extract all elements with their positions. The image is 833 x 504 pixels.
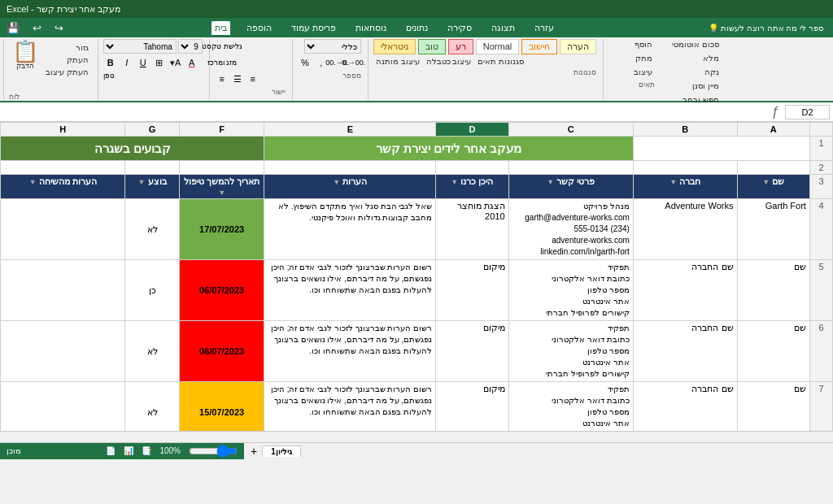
number-format-select[interactable]: כללי — [304, 39, 361, 54]
cell-d5[interactable]: מיקום — [436, 260, 508, 321]
view-normal[interactable]: 📄 — [106, 446, 116, 455]
qa-redo[interactable]: ↪ — [55, 22, 63, 34]
cell-d4[interactable]: הצגת מוחצר 2010 — [436, 199, 508, 260]
qa-save[interactable]: 💾 — [7, 22, 20, 34]
italic-button[interactable]: I — [120, 55, 134, 70]
percent-button[interactable]: % — [298, 55, 312, 70]
style-normal[interactable]: Normal — [476, 39, 519, 54]
tab-formulas[interactable]: נוסחאות — [352, 21, 390, 35]
cell-b7[interactable]: שם החברה — [633, 382, 737, 432]
cond-format-button[interactable]: עיצוב מותנה — [373, 56, 422, 67]
tab-review[interactable]: סקירה — [444, 21, 475, 35]
style-good[interactable]: טוב — [418, 39, 446, 54]
cell-c7[interactable]: תפקידכתובת דואר אלקטרונימספר טלפוןאתר אי… — [508, 382, 633, 432]
col-header-f[interactable]: F — [179, 123, 264, 137]
cell-a7[interactable]: שם — [737, 382, 809, 432]
autosum-button[interactable]: סכום אוטומטי — [666, 39, 722, 50]
col-header-a[interactable]: A — [737, 123, 809, 137]
cell-h2[interactable] — [1, 161, 125, 175]
fill-color-button[interactable]: A▾ — [168, 55, 183, 70]
cell-e7[interactable]: רשום הערות שברצונך לזכור לגבי אדם זה; הי… — [264, 382, 436, 432]
horizontal-scrollbar[interactable] — [0, 431, 833, 442]
formula-input[interactable] — [3, 107, 766, 117]
copy-button[interactable]: העתק — [43, 54, 91, 65]
name-box[interactable] — [785, 105, 830, 119]
cell-g7[interactable]: לא — [125, 382, 179, 432]
cell-c6[interactable]: תפקידכתובת דואר אלקטרונימספר טלפוןאתר אי… — [508, 321, 633, 382]
cell-h6[interactable] — [1, 321, 125, 382]
tab-insert[interactable]: הוספה — [243, 21, 275, 35]
font-size-select[interactable]: 9 — [178, 39, 203, 54]
tab-help[interactable]: עזרה — [531, 21, 557, 35]
col-header-b[interactable]: B — [633, 123, 737, 137]
cell-f6[interactable]: 06/07/2023 — [179, 321, 264, 382]
cell-g2[interactable] — [125, 161, 179, 175]
comma-button[interactable]: , — [314, 55, 329, 70]
cell-a1[interactable] — [633, 137, 809, 161]
cell-c5[interactable]: תפקידכתובת דואר אלקטרונימספר טלפוןאתר אי… — [508, 260, 633, 321]
cell-d6[interactable]: מיקום — [436, 321, 508, 382]
cell-g4[interactable]: לא — [125, 199, 179, 260]
merge-center-button[interactable]: מזג ומרכז — [215, 55, 229, 70]
tab-home[interactable]: בית — [212, 21, 230, 35]
cell-h5[interactable] — [1, 260, 125, 321]
view-page[interactable]: 📊 — [124, 446, 133, 455]
col-header-d[interactable]: D — [436, 123, 508, 137]
fill-button[interactable]: מלא — [666, 53, 722, 63]
header-col-e[interactable]: הערות ▼ — [264, 175, 436, 199]
header-col-h[interactable]: הערות מהשיחה ▼ — [1, 175, 125, 199]
qa-undo[interactable]: ↩ — [33, 22, 41, 34]
header-col-d[interactable]: היכן כרנו ▼ — [436, 175, 508, 199]
view-preview[interactable]: 📑 — [142, 446, 151, 455]
col-header-c[interactable]: C — [508, 123, 633, 137]
cell-f7[interactable]: 15/07/2023 — [179, 382, 264, 432]
cell-f5[interactable]: 06/07/2023 — [179, 260, 264, 321]
header-col-g[interactable]: בוצע ▼ — [125, 175, 179, 199]
align-right[interactable]: ≡ — [215, 72, 229, 86]
header-col-c[interactable]: פרטי קשר ▼ — [508, 175, 633, 199]
style-bad[interactable]: רע — [448, 39, 473, 54]
tab-view[interactable]: תצוגה — [488, 21, 518, 35]
header-col-b[interactable]: חברה ▼ — [633, 175, 737, 199]
delete-cell-button[interactable]: מחק — [608, 53, 655, 63]
cell-b2[interactable] — [633, 161, 737, 175]
cell-a5[interactable]: שם — [737, 260, 809, 321]
col-header-h[interactable]: H — [1, 123, 125, 137]
find-button[interactable]: חפש ובחר — [666, 94, 722, 105]
paste-button[interactable]: 📋 הדבק — [9, 39, 41, 72]
style-neutral[interactable]: ניטראלי — [373, 39, 416, 54]
align-left[interactable]: ≡ — [246, 72, 260, 86]
sheet-tab-1[interactable]: גיליון1 — [262, 445, 301, 457]
table-format-button[interactable]: סגנונות תאים — [475, 56, 526, 67]
underline-button[interactable]: U — [136, 55, 150, 70]
cell-d7[interactable]: מיקום — [436, 382, 508, 432]
style-calc[interactable]: חישוב — [521, 39, 557, 54]
format-painter-button[interactable]: העתק עיצוב — [43, 67, 91, 77]
cell-e4[interactable]: שאל לגבי הבת סגל ואיך מתקדם השיפוץ. לא מ… — [264, 199, 436, 260]
cell-e2[interactable] — [264, 161, 436, 175]
tab-page-layout[interactable]: פריסת עמוד — [288, 21, 339, 35]
cell-f4[interactable]: 17/07/2023 — [179, 199, 264, 260]
cell-a4[interactable]: Garth Fort — [737, 199, 809, 260]
cell-b6[interactable]: שם החברה — [633, 321, 737, 382]
col-header-e[interactable]: E — [264, 123, 436, 137]
tab-data[interactable]: נתונים — [403, 21, 431, 35]
cell-e6[interactable]: רשום הערות שברצונך לזכור לגבי אדם זה; הי… — [264, 321, 436, 382]
cut-button[interactable]: גזור — [43, 42, 91, 53]
cell-b4[interactable]: Adventure Works — [633, 199, 737, 260]
cell-g6[interactable]: לא — [125, 321, 179, 382]
col-header-g[interactable]: G — [125, 123, 179, 137]
cell-h4[interactable] — [1, 199, 125, 260]
cell-a6[interactable]: שם — [737, 321, 809, 382]
zoom-slider[interactable] — [189, 447, 238, 455]
cell-a2[interactable] — [737, 161, 809, 175]
cell-styles-button[interactable]: עיצוב כטבלה — [424, 56, 474, 67]
header-col-f[interactable]: תאריך להמשך טיפול ▼ — [179, 175, 264, 199]
clear-button[interactable]: נקה — [666, 67, 722, 77]
increase-decimal[interactable]: .0→.00 — [330, 55, 345, 70]
cell-f2[interactable] — [179, 161, 264, 175]
font-color-button[interactable]: A — [185, 55, 199, 70]
cell-c2[interactable] — [508, 161, 633, 175]
style-note[interactable]: הערה — [560, 39, 596, 54]
header-col-a[interactable]: שם ▼ — [737, 175, 809, 199]
